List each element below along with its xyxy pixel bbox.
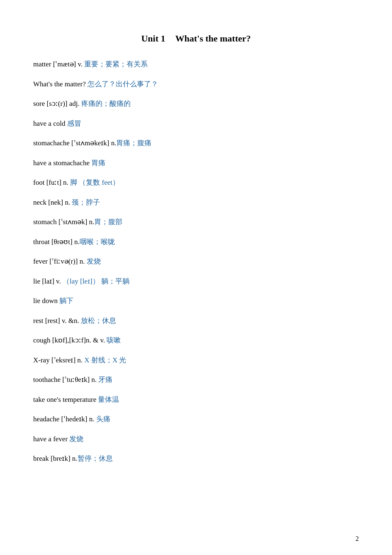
vocab-zh: 咽喉；喉咙 <box>80 238 115 246</box>
vocab-en: have a stomachache <box>33 159 90 167</box>
vocab-pos: n. <box>73 238 80 246</box>
vocab-phonetic: [fuːt] <box>44 178 61 186</box>
vocab-phonetic: [sɔː(r)] <box>45 100 67 108</box>
vocab-phonetic: [ˈmætə] <box>51 60 76 68</box>
vocab-en: stomach <box>33 218 57 226</box>
vocab-zh: 疼痛的；酸痛的 <box>81 100 131 108</box>
vocab-en: headache <box>33 415 59 423</box>
list-item: neck [nek] n. 颈；脖子 <box>33 197 359 208</box>
vocab-en: fever <box>33 257 48 265</box>
list-item: matter [ˈmætə] v. 重要；要紧；有关系 <box>33 59 359 70</box>
list-item: break [breɪk] n.暂停；休息 <box>33 453 359 464</box>
vocab-pos: n. <box>87 218 94 226</box>
unit-label: Unit 1 <box>141 33 165 44</box>
vocab-zh: 感冒 <box>67 120 81 127</box>
list-item: have a stomachache 胃痛 <box>33 158 359 169</box>
vocab-zh: 头痛 <box>96 415 110 423</box>
vocab-phonetic: [nek] <box>46 198 63 206</box>
vocab-phonetic: [θrəʊt] <box>50 238 73 246</box>
list-item: take one's temperature 量体温 <box>33 394 359 405</box>
vocab-en: lie <box>33 277 40 285</box>
vocab-zh: 重要；要紧；有关系 <box>84 60 148 68</box>
vocab-pos: n. <box>90 376 98 384</box>
vocab-zh: 发烧 <box>87 257 101 265</box>
vocab-en: throat <box>33 238 50 246</box>
list-item: headache [ˈhedeɪk] n. 头痛 <box>33 414 359 425</box>
list-item: lie [laɪ] v. （lay [leɪ]） 躺；平躺 <box>33 276 359 287</box>
vocab-phonetic: [rest] <box>44 317 60 325</box>
vocab-pos: n. & v. <box>86 336 107 344</box>
vocab-zh: （lay [leɪ]） 躺；平躺 <box>63 277 129 285</box>
vocab-zh: 胃痛；腹痛 <box>116 139 151 147</box>
vocab-zh: 躺下 <box>59 297 73 305</box>
vocab-zh: 咳嗽 <box>107 336 121 344</box>
vocab-en: X-ray <box>33 356 50 364</box>
page-heading: What's the matter? <box>175 33 251 44</box>
vocab-en: matter <box>33 60 51 68</box>
list-item: sore [sɔː(r)] adj. 疼痛的；酸痛的 <box>33 98 359 109</box>
vocab-zh: 放松；休息 <box>81 317 116 325</box>
vocab-en: rest <box>33 317 44 325</box>
vocab-pos: n. <box>71 455 78 462</box>
vocab-pos: adj. <box>68 100 82 108</box>
list-item: lie down 躺下 <box>33 296 359 306</box>
vocab-zh: 量体温 <box>98 396 119 403</box>
list-item: cough [kɒf],[kɔːf]n. & v. 咳嗽 <box>33 335 359 346</box>
vocab-pos: v. &n. <box>60 317 81 325</box>
vocab-en: cough <box>33 336 51 344</box>
vocab-pos: v. <box>76 60 84 68</box>
vocab-en: What's the matter? <box>33 80 86 88</box>
vocab-phonetic: [ˈstʌmək] <box>57 218 88 226</box>
page: Unit 1 What's the matter? matter [ˈmætə]… <box>0 0 392 555</box>
list-item: foot [fuːt] n. 脚 （复数 feet） <box>33 177 359 188</box>
vocab-en: break <box>33 455 49 462</box>
vocab-phonetic: [ˈeksreɪ] <box>50 356 75 364</box>
vocab-pos: n. <box>78 257 86 265</box>
vocab-en: sore <box>33 100 45 108</box>
list-item: stomach [ˈstʌmək] n.胃；腹部 <box>33 217 359 227</box>
vocab-zh: X 射线；X 光 <box>84 356 126 364</box>
vocab-zh: 胃；腹部 <box>94 218 122 226</box>
vocab-zh: 发烧 <box>69 435 83 443</box>
vocab-pos: n. <box>75 356 84 364</box>
list-item: X-ray [ˈeksreɪ] n. X 射线；X 光 <box>33 355 359 366</box>
page-number: 2 <box>355 535 359 543</box>
vocab-en: have a fever <box>33 435 68 443</box>
vocab-en: have a cold <box>33 120 65 127</box>
list-item: throat [θrəʊt] n.咽喉；喉咙 <box>33 237 359 247</box>
vocab-pos: n. <box>87 415 96 423</box>
vocab-zh: 牙痛 <box>98 376 112 384</box>
vocab-phonetic: [ˈhedeɪk] <box>59 415 87 423</box>
vocab-phonetic: [ˈstʌməkeɪk] <box>70 139 110 147</box>
vocab-zh: 暂停；休息 <box>78 455 113 462</box>
vocab-pos: n. <box>61 178 70 186</box>
list-item: What's the matter? 怎么了？出什么事了？ <box>33 79 359 90</box>
list-item: fever [ˈfiːvə(r)] n. 发烧 <box>33 256 359 267</box>
list-item: rest [rest] v. &n. 放松；休息 <box>33 315 359 326</box>
vocabulary-list: matter [ˈmætə] v. 重要；要紧；有关系What's the ma… <box>33 59 359 464</box>
vocab-zh: 脚 （复数 feet） <box>70 178 119 186</box>
list-item: have a cold 感冒 <box>33 118 359 129</box>
vocab-pos: n. <box>63 198 72 206</box>
vocab-zh: 怎么了？出什么事了？ <box>88 80 158 88</box>
vocab-phonetic: [ˈfiːvə(r)] <box>48 257 78 265</box>
vocab-pos: n. <box>109 139 116 147</box>
vocab-phonetic: [ˈtuːθeɪk] <box>61 376 90 384</box>
vocab-en: toothache <box>33 376 61 384</box>
list-item: have a fever 发烧 <box>33 434 359 445</box>
list-item: toothache [ˈtuːθeɪk] n. 牙痛 <box>33 374 359 385</box>
vocab-phonetic: [kɒf],[kɔːf] <box>51 336 86 344</box>
vocab-en: foot <box>33 178 44 186</box>
vocab-pos: v. <box>54 277 63 285</box>
vocab-phonetic: [laɪ] <box>40 277 54 285</box>
vocab-zh: 颈；脖子 <box>72 198 100 206</box>
list-item: stomachache [ˈstʌməkeɪk] n.胃痛；腹痛 <box>33 138 359 149</box>
vocab-en: neck <box>33 198 46 206</box>
vocab-zh: 胃痛 <box>91 159 105 167</box>
vocab-phonetic: [breɪk] <box>49 455 71 462</box>
vocab-en: take one's temperature <box>33 396 96 403</box>
vocab-en: stomachache <box>33 139 70 147</box>
page-title: Unit 1 What's the matter? <box>33 33 359 44</box>
vocab-en: lie down <box>33 297 58 305</box>
